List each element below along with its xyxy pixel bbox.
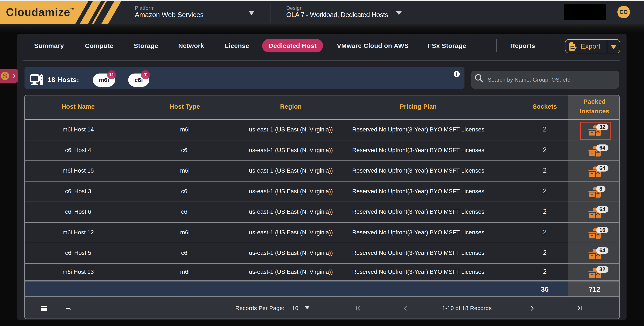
svg-text:$: $ (3, 72, 7, 80)
